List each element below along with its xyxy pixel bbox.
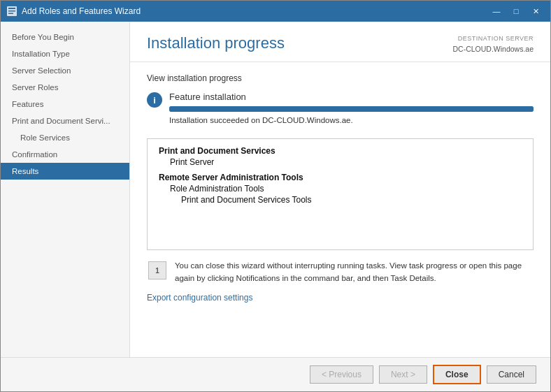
info-icon: i <box>147 92 162 108</box>
cancel-button[interactable]: Cancel <box>487 365 536 384</box>
sidebar-item-server-roles[interactable]: Server Roles <box>1 79 129 96</box>
app-icon <box>6 6 17 17</box>
previous-button[interactable]: < Previous <box>310 365 373 384</box>
sidebar-item-features[interactable]: Features <box>1 96 129 112</box>
feature-sub-print-server: Print Server <box>159 157 522 167</box>
feature-installation-label: Feature installation <box>169 92 534 102</box>
progress-bar-container <box>169 106 534 112</box>
page-title: Installation progress <box>147 34 285 52</box>
feature-group-remote-tools: Remote Server Administration Tools <box>159 173 522 182</box>
close-window-button[interactable]: ✕ <box>527 4 545 18</box>
progress-wrapper: Feature installation Installation succee… <box>169 92 534 133</box>
notification-section: 1 You can close this wizard without inte… <box>147 260 534 284</box>
maximize-button[interactable]: □ <box>507 4 525 18</box>
export-configuration-link[interactable]: Export configuration settings <box>147 293 252 303</box>
sidebar-item-role-services[interactable]: Role Services <box>1 129 129 146</box>
destination-label: DESTINATION SERVER <box>452 34 534 44</box>
content-area: Before You Begin Installation Type Serve… <box>1 22 550 357</box>
svg-rect-2 <box>8 10 15 12</box>
sidebar-item-before-you-begin[interactable]: Before You Begin <box>1 29 129 45</box>
svg-rect-1 <box>8 8 15 9</box>
view-progress-label: View installation progress <box>147 73 534 83</box>
feature-subsub-print-tools: Print and Document Services Tools <box>159 195 522 205</box>
sidebar-item-confirmation[interactable]: Confirmation <box>1 146 129 163</box>
sidebar: Before You Begin Installation Type Serve… <box>1 22 130 357</box>
minimize-button[interactable]: — <box>487 4 506 18</box>
sidebar-item-server-selection[interactable]: Server Selection <box>1 62 129 79</box>
svg-rect-3 <box>8 13 13 15</box>
feature-sub-role-admin-tools: Role Administration Tools <box>159 184 522 194</box>
title-bar: Add Roles and Features Wizard — □ ✕ <box>1 1 550 22</box>
installed-features-box: Print and Document Services Print Server… <box>147 138 534 250</box>
sidebar-item-print-services[interactable]: Print and Document Servi... <box>1 112 129 129</box>
destination-server-name: DC-CLOUD.Windows.ae <box>452 44 534 55</box>
feature-group-print-services: Print and Document Services <box>159 146 522 156</box>
success-message: Installation succeeded on DC-CLOUD.Windo… <box>169 116 534 124</box>
destination-server-info: DESTINATION SERVER DC-CLOUD.Windows.ae <box>452 34 534 55</box>
main-header: Installation progress DESTINATION SERVER… <box>130 22 550 62</box>
sidebar-item-installation-type[interactable]: Installation Type <box>1 45 129 62</box>
sidebar-item-results[interactable]: Results <box>1 163 129 180</box>
notification-text: You can close this wizard without interr… <box>175 260 532 284</box>
progress-bar-fill <box>169 106 534 112</box>
close-button[interactable]: Close <box>433 365 481 384</box>
main-window: Add Roles and Features Wizard — □ ✕ Befo… <box>0 0 551 392</box>
progress-section: i Feature installation Installation succ… <box>147 92 534 133</box>
main-body: View installation progress i Feature ins… <box>130 62 550 357</box>
window-title: Add Roles and Features Wizard <box>22 6 487 16</box>
main-panel: Installation progress DESTINATION SERVER… <box>130 22 550 357</box>
notification-icon-inner: 1 <box>148 261 166 280</box>
notification-icon: 1 <box>148 261 168 281</box>
next-button[interactable]: Next > <box>379 365 427 384</box>
window-controls: — □ ✕ <box>487 4 545 18</box>
footer: < Previous Next > Close Cancel <box>1 357 550 391</box>
